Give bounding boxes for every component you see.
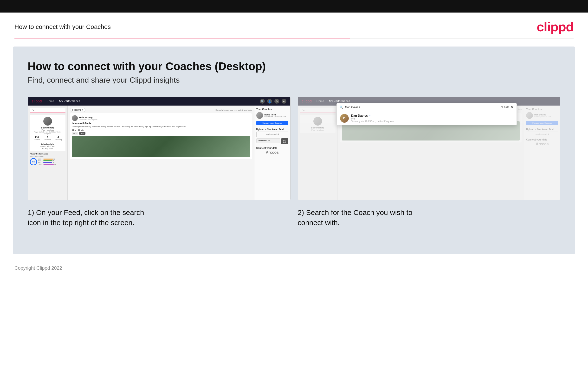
sc2-bg-upload-title: Upload a Trackman Test: [526, 128, 558, 131]
sc2-bg-connect-title: Connect your data: [526, 138, 558, 141]
sc2-search-input[interactable]: Dan Davies: [345, 106, 499, 109]
sc1-main-feed: Following ▾ Control who can see your act…: [68, 106, 254, 200]
sc1-score-ring: 92 OTT 90 APP 85: [30, 158, 65, 165]
sc1-bar-app: APP 85: [38, 160, 65, 161]
sc2-bg-profile: Blair McHarg Plus Handicap: [300, 115, 335, 133]
sc2-bg-left: Feed Blair McHarg Plus Handicap: [298, 106, 338, 200]
sc1-latest-activity: Lesson with Fordy: [32, 145, 63, 147]
settings-icon[interactable]: ⚙: [274, 99, 279, 104]
sc2-result-role: Pro: [351, 117, 394, 120]
sc1-trackman-link-box: Trackman Link: [256, 132, 288, 137]
user-avatar-icon[interactable]: ●: [282, 99, 286, 104]
top-bar: [0, 0, 588, 12]
sc1-nav-myperformance[interactable]: My Performance: [59, 100, 80, 103]
screenshot-panel-2: clippd Home My Performance Feed Blair Mc…: [298, 97, 561, 228]
sc1-post-btns: OTT APP: [72, 132, 250, 135]
sc1-upload-title: Upload a Trackman Test: [256, 128, 288, 131]
sc1-post-author-info: Blair McHarg Yesterday · Sunningdale: [79, 116, 97, 120]
sc2-search-overlay: 🔍 Dan Davies CLEAR ✕ D Dan Davies ✓: [336, 103, 517, 125]
sc1-add-link-button[interactable]: Add Link: [281, 138, 288, 144]
sc1-bar-putt-fill: [43, 164, 54, 165]
sc1-arccos-partner: Arccos: [256, 150, 288, 155]
header-divider: [14, 38, 574, 39]
profile-icon[interactable]: 👤: [267, 99, 272, 104]
sc1-coach-info: David Ford Royal North Devon Golf Club: [264, 113, 286, 118]
sc1-manage-coaches-button[interactable]: Manage Your Coaches: [256, 121, 288, 125]
sc2-bg-feed-tab: Feed: [300, 108, 335, 113]
sc1-bar-arg-fill: [43, 162, 52, 163]
sc1-performance-bars: OTT 90 APP 85 ARG: [38, 158, 65, 165]
step-1-text: 1) On your Feed, click on the searchicon…: [28, 209, 144, 227]
sc1-stats: 131 Activities 3 Followers 4 Following: [32, 135, 63, 142]
sc1-bar-putt-val: 96: [54, 163, 56, 165]
sc1-coach-avatar: [256, 112, 263, 119]
sc1-post-title: Lesson with Fordy: [72, 122, 250, 124]
sc1-activities-lbl: Activities: [34, 139, 40, 140]
sc2-bg-hcp: Plus Handicap: [302, 129, 333, 131]
sc1-feed-tab[interactable]: Feed: [30, 108, 65, 113]
sc1-btn-app[interactable]: APP: [79, 132, 86, 135]
sc2-bg-logo: clippd: [302, 99, 312, 103]
sc1-post-meta: Yesterday · Sunningdale: [79, 119, 97, 120]
copyright-text: Copyright Clippd 2022: [14, 265, 62, 271]
sc1-bar-app-fill: [43, 160, 52, 161]
sc1-avatar-img: [43, 117, 52, 126]
sc1-add-link-row: Trackman Link Add Link: [256, 138, 288, 144]
screenshot-panel-1: clippd Home My Performance 🔍 👤 ⚙ ● Feed: [28, 97, 290, 228]
sc1-coach-club: Royal North Devon Golf Club: [264, 116, 286, 118]
screenshot-frame-1: clippd Home My Performance 🔍 👤 ⚙ ● Feed: [28, 97, 290, 200]
sc2-clear-button[interactable]: CLEAR: [501, 106, 509, 109]
sc2-bg-right: Your Coaches Dan Davies Sunningdale Golf…: [524, 106, 560, 200]
sc1-following-button[interactable]: Following ▾: [70, 108, 86, 112]
sc1-connect-title: Connect your data: [256, 147, 288, 149]
search-icon[interactable]: 🔍: [260, 99, 265, 104]
sc2-wrapper: clippd Home My Performance Feed Blair Mc…: [298, 97, 560, 200]
sc2-bg-coach-club: Sunningdale Golf Club: [534, 116, 551, 118]
sc1-profile-name: Blair McHarg: [32, 127, 63, 129]
sc1-following-val: 4: [55, 136, 62, 139]
sc1-club: Royal North Devon Golf Club, United King…: [32, 131, 63, 135]
sc1-trackman-input[interactable]: Trackman Link: [256, 138, 280, 143]
sc1-bar-putt-label: PUTT: [38, 163, 43, 165]
page-title: How to connect with your Coaches: [14, 23, 111, 31]
sc1-body: Feed Blair McHarg Plus Handicap Royal No…: [28, 106, 290, 200]
sc1-score-value: 92: [30, 158, 37, 165]
sc2-bg-coach-info: Dan Davies Sunningdale Golf Club: [534, 113, 551, 118]
main-subheading: Find, connect and share your Clippd insi…: [28, 76, 560, 85]
sc1-nav-icons: 🔍 👤 ⚙ ●: [260, 99, 286, 104]
sc1-bar-arg: ARG 86: [38, 162, 65, 163]
sc2-result-info: Dan Davies ✓ Pro Sunningdale Golf Club, …: [351, 114, 394, 123]
sc1-bar-ott: OTT 90: [38, 158, 65, 160]
sc2-bg-trackman-box: Trackman Link: [526, 132, 558, 137]
sc2-bg-manage-btn[interactable]: Manage Your Coaches: [526, 121, 558, 125]
sc2-close-button[interactable]: ✕: [511, 105, 514, 109]
footer: Copyright Clippd 2022: [0, 261, 588, 275]
screenshots-row: clippd Home My Performance 🔍 👤 ⚙ ● Feed: [28, 97, 560, 228]
sc1-bar-arg-label: ARG: [38, 162, 43, 163]
sc1-btn-ott[interactable]: OTT: [72, 132, 78, 135]
sc1-post-duration: 01 hr : 30 min: [72, 129, 250, 131]
sc1-stat-following: 4 Following: [55, 136, 62, 140]
sc1-following-row: Following ▾ Control who can see your act…: [70, 108, 252, 112]
header: How to connect with your Coaches clippd: [0, 12, 588, 38]
sc1-post-body: Looking to feel like my hands are exitin…: [72, 125, 250, 128]
sc1-bar-putt: PUTT 96: [38, 163, 65, 165]
sc1-bar-ott-label: OTT: [38, 158, 43, 160]
sc1-perf-title: Player Performance: [30, 153, 65, 155]
sc2-bg-arccos: Arccos: [526, 142, 558, 146]
step-1-label: 1) On your Feed, click on the searchicon…: [28, 208, 290, 228]
sc1-coach-item: David Ford Royal North Devon Golf Club: [256, 112, 288, 119]
sc2-result-avatar: D: [340, 114, 349, 123]
sc2-search-result[interactable]: D Dan Davies ✓ Pro Sunningdale Golf Club…: [337, 111, 517, 125]
sc1-post-avatar: [72, 115, 78, 121]
sc1-nav-home[interactable]: Home: [46, 100, 54, 103]
sc1-post-author-name: Blair McHarg: [79, 116, 97, 119]
sc1-bar-ott-fill: [43, 159, 53, 159]
main-heading: How to connect with your Coaches (Deskto…: [28, 60, 560, 73]
sc2-bg-nav-myperformance: My Performance: [329, 100, 350, 103]
sc1-coach-name: David Ford: [264, 113, 286, 116]
sc1-control-link[interactable]: Control who can see your activity and da…: [215, 109, 252, 111]
sc2-bg-coach-item: Dan Davies Sunningdale Golf Club: [526, 112, 558, 119]
sc1-latest-date: 03 Aug 2022: [32, 147, 63, 149]
sc1-navbar: clippd Home My Performance 🔍 👤 ⚙ ●: [28, 97, 290, 106]
